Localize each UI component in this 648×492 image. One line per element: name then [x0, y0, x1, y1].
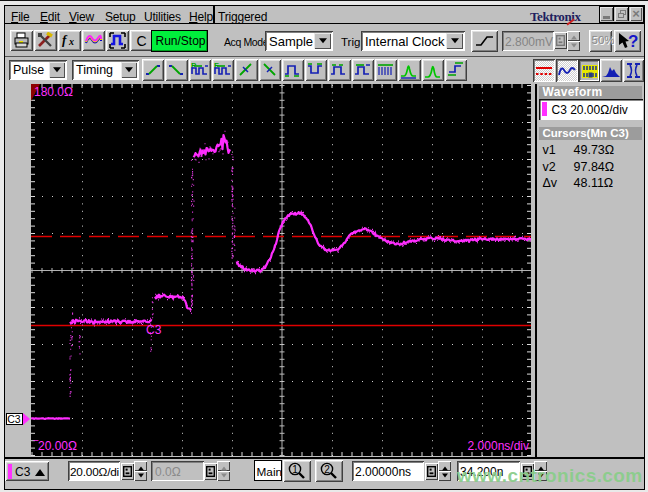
svg-text:2: 2 — [324, 463, 330, 474]
svg-text:‾20.00Ω: ‾20.00Ω — [33, 439, 77, 453]
svg-text:180.0Ω: 180.0Ω — [34, 85, 73, 99]
svg-text:C3: C3 — [146, 323, 162, 337]
svg-text:2.000ns/div: 2.000ns/div — [468, 439, 529, 453]
svg-text:1: 1 — [292, 463, 298, 474]
svg-text:?: ? — [628, 32, 638, 50]
